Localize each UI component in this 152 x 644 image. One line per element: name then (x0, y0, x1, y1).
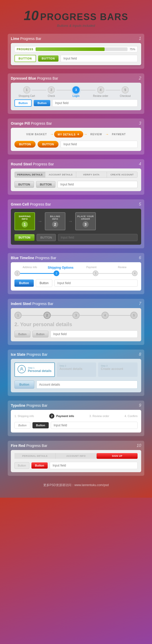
bluetl-input[interactable] (54, 279, 138, 287)
orange-btn2[interactable]: BUTTON (38, 141, 59, 148)
green-step-label-1: SHIPPING INFO (16, 215, 33, 220)
section-firered: Fire Red Progress Bar 10 Personal Detail… (8, 441, 144, 476)
indent-btn2[interactable]: Button (32, 331, 48, 337)
dpressed-input[interactable] (52, 99, 138, 107)
ice-input[interactable] (36, 380, 138, 389)
lime-input[interactable] (61, 55, 138, 62)
step-circle-1: 1 (23, 86, 30, 94)
lime-fill (36, 47, 105, 51)
steel-tab-3[interactable]: VERIFY DATA (76, 172, 107, 177)
footer: 更多PSD资源请访问：www.lanrentuku.com/psd (8, 480, 144, 490)
section-green-num: 5 (139, 202, 141, 207)
lime-btn1[interactable]: BUTTON (14, 55, 36, 62)
step-label-3: Login (72, 95, 79, 97)
orange-btn-row: BUTTON BUTTON (14, 141, 138, 148)
orange-btn1[interactable]: BUTTON (14, 141, 36, 148)
lime-card: PROGRESS 75% BUTTON BUTTON (11, 43, 141, 65)
green-step-box-3: PLACE YOUR ORDER 3 (75, 212, 96, 230)
section-dpressed: Dpressed Blue Progress Bar 2 1 Shopping … (8, 73, 144, 114)
step-3: 3 Login (64, 86, 88, 97)
green-btn1[interactable]: BUTTON (14, 234, 35, 241)
green-arrow-2: → (68, 219, 73, 224)
fire-input[interactable] (50, 462, 138, 469)
ice-icon-1 (18, 365, 26, 373)
dpressed-btn-row: Button Button (14, 99, 138, 107)
fire-tab-3[interactable]: Sign Up (97, 453, 138, 459)
green-input[interactable] (58, 234, 138, 241)
bluetl-btn1[interactable]: Button (14, 279, 34, 287)
bluetl-track: 1 2 3 4 (14, 270, 138, 276)
orange-arrow-3: → (105, 132, 109, 136)
section-lime-title: Lime Progress Bar (11, 37, 41, 41)
page-header: 10 PROGRESS BARS Buttons & Inputs includ… (8, 5, 144, 28)
step-label-4: Review order (93, 95, 108, 97)
ice-step-1: Step 1 Personal details (14, 362, 55, 377)
typo-step-3: 3. Review order (89, 414, 109, 418)
step-2: 2 Check (39, 86, 64, 97)
header-num: 10 (24, 8, 39, 23)
fire-tabs: Personal Details Account Info Sign Up (14, 453, 138, 459)
dpressed-btn1[interactable]: Button (14, 99, 32, 107)
section-typo-title: Typoline Progress Bar (11, 403, 47, 408)
lime-btn2[interactable]: BUTTON (38, 55, 59, 62)
typo-input[interactable] (51, 422, 138, 429)
steel-input[interactable] (57, 181, 138, 188)
steel-tab-4[interactable]: CREATE ACCOUNT (107, 172, 137, 177)
steel-btn-row: BUTTON BUTTON (14, 181, 138, 188)
orange-arrow-2: → (83, 132, 88, 136)
ice-step-title-3: Create account (101, 367, 135, 371)
ice-step-title-2: Account details (60, 367, 94, 371)
fire-btn1[interactable]: Button (14, 462, 29, 469)
orange-step-2: MY DETAILS + (54, 131, 83, 138)
header-subtitle: Buttons & Inputs included (8, 24, 144, 28)
typo-btn-row: Button Button (14, 422, 138, 429)
indent-line-2 (51, 315, 73, 316)
section-indent-title: Indent Steel Progress Bar (11, 302, 53, 306)
footer-text: 更多PSD资源请访问：www.lanrentuku.com/psd (43, 483, 109, 487)
section-fire-title: Fire Red Progress Bar (11, 444, 47, 448)
section-ice-num: 8 (139, 352, 141, 357)
bluetl-btn2[interactable]: Button (36, 279, 53, 287)
typo-btn2[interactable]: Button (32, 422, 49, 428)
steel-btn1[interactable]: BUTTON (14, 181, 34, 188)
indent-btn1[interactable]: Button (14, 331, 30, 337)
bluetl-card: Address Info Shipping Options Payment Re… (11, 262, 141, 291)
indent-input[interactable] (50, 331, 138, 338)
green-step-2: BILLING INFO 2 (45, 212, 65, 230)
svg-point-0 (21, 368, 22, 369)
step-4: 4 Review order (88, 86, 113, 97)
section-dpressed-title: Dpressed Blue Progress Bar (11, 76, 58, 80)
orange-card: VIEW BASKET → MY DETAILS + → REVIEW → PA… (11, 128, 141, 151)
typo-steps: 1. Shipping info 2 Payment info 3. Revie… (14, 413, 138, 419)
typo-btn1[interactable]: Button (14, 422, 30, 429)
steel-btn2[interactable]: BUTTON (36, 181, 56, 188)
green-btn-row: BUTTON BUTTON (14, 234, 138, 241)
steel-tab-2[interactable]: ACCOUNT DETAILS (45, 172, 76, 177)
section-iceslate: Ice Slate Progress Bar 8 Step 1 Personal… (8, 350, 144, 396)
section-lime: Lime Progress Bar 1 PROGRESS 75% BUTTON … (8, 34, 144, 69)
fire-tab-2[interactable]: Account Info (56, 453, 97, 459)
fire-tab-1[interactable]: Personal Details (14, 453, 56, 459)
lime-track (36, 47, 128, 51)
tl-line-1 (20, 273, 54, 274)
green-step-label-2: BILLING INFO (47, 215, 63, 220)
section-indent-num: 7 (139, 301, 141, 306)
dpressed-btn2[interactable]: Button (34, 100, 50, 106)
tl-dot-3: 3 (93, 270, 98, 276)
orange-input[interactable] (61, 141, 138, 148)
step-circle-5: 5 (122, 86, 129, 94)
tl-dot-4: 4 (132, 270, 138, 276)
section-lime-num: 1 (139, 36, 141, 41)
section-bluetl: Blue Timeline Progress Bar 6 Address Inf… (8, 253, 144, 294)
lime-progress-bar: PROGRESS 75% (14, 46, 138, 52)
fire-btn2[interactable]: Button (31, 462, 48, 469)
steel-tab-1[interactable]: PERSONAL DETAILS (15, 172, 45, 177)
tl-dot-1: 1 (14, 270, 20, 276)
tl-line-2 (59, 273, 93, 274)
green-btn2[interactable]: BUTTON (37, 234, 56, 241)
ice-step-sm-1: Step 1 (28, 367, 52, 369)
step-circle-4: 4 (97, 86, 104, 94)
lime-btn-row: BUTTON BUTTON (14, 55, 138, 62)
step-circle-2: 2 (48, 86, 55, 94)
ice-btn1[interactable]: Button (14, 380, 34, 389)
